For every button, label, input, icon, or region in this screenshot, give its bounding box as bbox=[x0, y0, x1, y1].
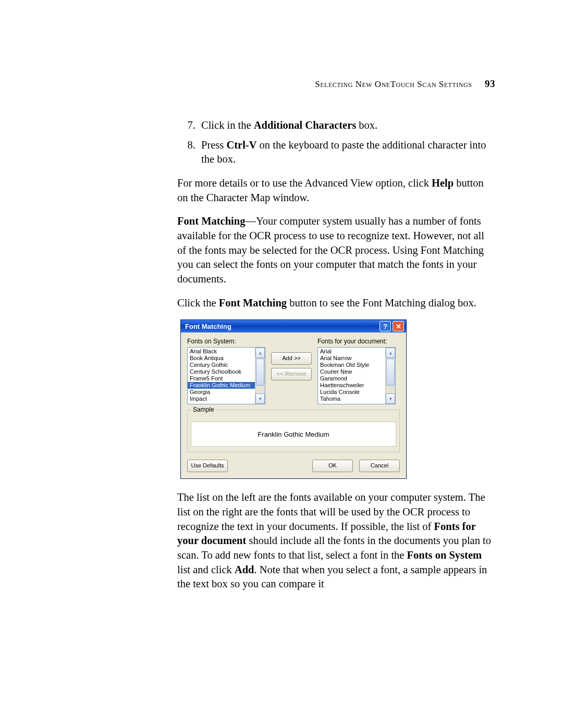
list-item[interactable]: Lucida Console bbox=[318, 389, 385, 396]
fonts-on-system-listbox[interactable]: Arial BlackBook AntiquaCentury GothicCen… bbox=[187, 347, 265, 404]
list-item[interactable]: Century Schoolbook bbox=[188, 368, 255, 375]
sample-legend: Sample bbox=[191, 406, 216, 413]
paragraph-font-matching: Font Matching—Your computer system usual… bbox=[177, 214, 495, 286]
page-header: Selecting New OneTouch Scan Settings 93 bbox=[177, 78, 495, 90]
fonts-for-document-label: Fonts for your document: bbox=[317, 338, 396, 345]
scroll-down-icon[interactable]: ▾ bbox=[255, 393, 265, 404]
page-number: 93 bbox=[485, 78, 495, 89]
scroll-up-icon[interactable]: ▴ bbox=[386, 348, 395, 358]
list-item[interactable]: Impact bbox=[188, 396, 255, 402]
remove-button[interactable]: << Remove bbox=[271, 368, 312, 380]
paragraph-help: For more details or to use the Advanced … bbox=[177, 176, 495, 205]
list-item[interactable]: Frame5 Font bbox=[188, 375, 255, 382]
scrollbar-right[interactable]: ▴ ▾ bbox=[385, 348, 395, 404]
step-8: Press Ctrl-V on the keyboard to paste th… bbox=[198, 138, 495, 167]
font-matching-dialog: Font Matching ? ✕ Fonts on System: Arial… bbox=[180, 319, 407, 479]
sample-textbox: Franklin Gothic Medium bbox=[191, 422, 396, 447]
list-item[interactable]: Arial Narrow bbox=[318, 355, 385, 362]
sample-group: Sample Franklin Gothic Medium bbox=[187, 410, 400, 452]
list-item[interactable]: Bookman Old Style bbox=[318, 362, 385, 368]
list-item[interactable]: Haettenschweiler bbox=[318, 382, 385, 389]
list-item[interactable]: Arial bbox=[318, 348, 385, 355]
paragraph-after-dialog: The list on the left are the fonts avail… bbox=[177, 490, 495, 591]
step-7: Click in the Additional Characters box. bbox=[198, 118, 495, 133]
dialog-title: Font Matching bbox=[185, 323, 378, 330]
list-item[interactable]: Franklin Gothic Medium bbox=[188, 382, 255, 389]
use-defaults-button[interactable]: Use Defaults bbox=[187, 460, 228, 472]
list-item[interactable]: Courier New bbox=[318, 368, 385, 375]
list-item[interactable]: Garamond bbox=[318, 375, 385, 382]
close-icon[interactable]: ✕ bbox=[393, 321, 404, 331]
list-item[interactable]: Century Gothic bbox=[188, 362, 255, 368]
scroll-down-icon[interactable]: ▾ bbox=[386, 393, 395, 404]
scroll-up-icon[interactable]: ▴ bbox=[255, 348, 265, 358]
list-item[interactable]: Book Antiqua bbox=[188, 355, 255, 362]
scrollbar-left[interactable]: ▴ ▾ bbox=[255, 348, 265, 404]
help-icon[interactable]: ? bbox=[380, 321, 391, 331]
list-item[interactable]: Arial Black bbox=[188, 348, 255, 355]
dialog-titlebar[interactable]: Font Matching ? ✕ bbox=[181, 320, 406, 332]
steps-list: Click in the Additional Characters box. … bbox=[177, 118, 495, 167]
fonts-for-document-listbox[interactable]: ArialArial NarrowBookman Old StyleCourie… bbox=[317, 347, 396, 404]
cancel-button[interactable]: Cancel bbox=[359, 460, 400, 472]
add-button[interactable]: Add >> bbox=[271, 352, 312, 365]
ok-button[interactable]: OK bbox=[312, 460, 353, 472]
list-item[interactable]: Georgia bbox=[188, 389, 255, 396]
fonts-on-system-label: Fonts on System: bbox=[187, 338, 265, 345]
section-title: Selecting New OneTouch Scan Settings bbox=[315, 79, 472, 89]
list-item[interactable]: Tahoma bbox=[318, 396, 385, 402]
paragraph-click-font-matching: Click the Font Matching button to see th… bbox=[177, 296, 495, 311]
